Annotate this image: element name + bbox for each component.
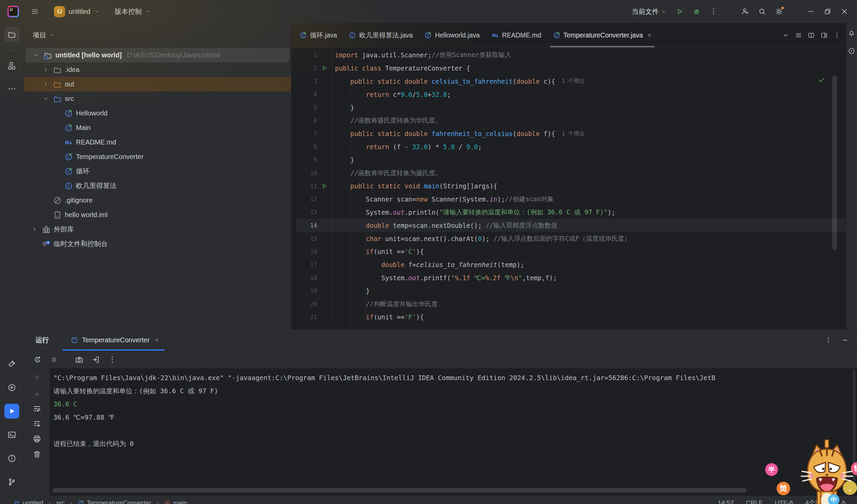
close-button[interactable]	[837, 4, 852, 19]
code-line[interactable]: 8 return (f - 32.0) * 5.0 / 9.0;	[296, 140, 846, 154]
chevron-down-icon[interactable]	[41, 96, 50, 102]
breadcrumb-item[interactable]: mmain	[164, 499, 187, 504]
code-line[interactable]: 19 }	[296, 284, 846, 298]
build-tool-button[interactable]	[4, 356, 19, 371]
split-editor-button[interactable]	[808, 32, 815, 39]
more-actions-button[interactable]	[706, 4, 721, 19]
tree-item[interactable]: CHelloworld	[24, 106, 291, 120]
stop-button[interactable]	[50, 355, 58, 364]
console-h-scrollbar[interactable]	[52, 488, 746, 492]
run-panel-more-button[interactable]	[825, 337, 832, 344]
editor-more-button[interactable]	[833, 32, 840, 39]
code-line[interactable]: 20 //判断温度并输出华氏度	[296, 298, 846, 310]
ime-language-badge[interactable]: 中	[828, 494, 839, 504]
tree-item[interactable]: hello world.iml	[24, 207, 291, 222]
code-with-me-button[interactable]	[738, 4, 752, 19]
tree-item[interactable]: C循环	[24, 164, 291, 179]
code-line[interactable]: 17 double f=celsius_to_fahrenheit(temp);	[296, 258, 846, 271]
code-line[interactable]: 4 return c*9.0/5.0+32.0;	[296, 88, 846, 101]
tree-item[interactable]: 临时文件和控制台	[24, 237, 291, 251]
breadcrumb-item[interactable]: CTemperatureConverter	[78, 499, 151, 504]
tree-item[interactable]: out	[24, 77, 291, 91]
prev-occurrence-button[interactable]	[33, 374, 41, 383]
code-line[interactable]: 1import java.util.Scanner;//使用Scanner类获取…	[296, 49, 846, 62]
run-line-icon[interactable]	[321, 65, 328, 71]
editor-tab[interactable]: MREADME.md	[486, 23, 547, 47]
tree-item[interactable]: .gitignore	[24, 193, 291, 207]
hidden-tabs-button[interactable]	[782, 32, 789, 39]
rerun-button[interactable]	[33, 355, 42, 364]
code-line[interactable]: 11 public static void main(String[]args)…	[296, 180, 846, 193]
chevron-right-icon[interactable]	[41, 67, 50, 73]
code-line[interactable]: 6 //函数将摄氏度转换为华氏度。	[296, 114, 846, 127]
code-line[interactable]: 7 public static double fahrenheit_to_cel…	[296, 127, 846, 140]
code-line[interactable]: 21 if(unit =='F'){	[296, 310, 846, 324]
main-menu-button[interactable]	[28, 4, 42, 19]
close-icon[interactable]	[647, 33, 652, 38]
breadcrumb-item[interactable]: src	[56, 499, 65, 504]
code-line[interactable]: 13 System.out.println("请输入要转换的温度和单位：(例如 …	[296, 206, 846, 219]
editor-tab[interactable]: CHelloworld.java	[418, 23, 485, 47]
vcs-widget[interactable]: 版本控制	[112, 4, 153, 19]
project-tool-button[interactable]	[4, 27, 19, 42]
editor-layout-button[interactable]	[821, 32, 828, 39]
restore-button[interactable]	[821, 4, 835, 19]
problems-tool-button[interactable]	[4, 451, 19, 466]
debug-button[interactable]	[690, 4, 704, 19]
editor-scrollbar[interactable]	[832, 75, 837, 250]
print-console-button[interactable]	[33, 435, 41, 443]
editor-tab[interactable]: CTemperatureConverter.java	[547, 23, 658, 47]
tree-item[interactable]: untitled [hello world]D:\ASUS\Desktop\Ja…	[26, 48, 289, 63]
code-line[interactable]: 3 public static double celsius_to_fahren…	[296, 75, 846, 88]
clear-console-button[interactable]	[33, 450, 41, 458]
settings-button[interactable]	[772, 4, 786, 19]
chevron-right-icon[interactable]	[41, 81, 50, 87]
run-button[interactable]	[673, 4, 687, 19]
code-line[interactable]: 2public class TemperatureConverter {	[296, 62, 846, 75]
hide-panel-button[interactable]	[841, 337, 849, 344]
code-line[interactable]: 18 System.out.printf("%.1f ℃=%.2f ℉\n",t…	[296, 271, 846, 285]
tree-item[interactable]: src	[24, 91, 291, 106]
tree-item[interactable]: .idea	[24, 63, 291, 77]
version-control-tool-button[interactable]	[4, 475, 19, 489]
close-icon[interactable]	[154, 338, 159, 343]
editor-tab[interactable]: C循环.java	[293, 23, 343, 47]
code-line[interactable]: 9 }	[296, 153, 846, 166]
status-widget[interactable]: 14:52	[718, 499, 734, 504]
code-line[interactable]: 15 char unit=scan.next().charAt(0); //输入…	[296, 232, 846, 245]
code-line[interactable]: 14 double temp=scan.nextDouble(); //输入双精…	[296, 219, 846, 232]
structure-tool-button[interactable]	[4, 58, 19, 73]
soft-wrap-button[interactable]	[33, 404, 41, 413]
tree-item[interactable]: CMain	[24, 120, 291, 135]
editor-tab[interactable]: C欧几里得算法.java	[343, 23, 418, 47]
secondary-tool-button[interactable]	[846, 46, 857, 56]
run-tool-button[interactable]	[4, 404, 19, 419]
next-occurrence-button[interactable]	[33, 389, 41, 398]
notifications-button[interactable]	[846, 28, 857, 38]
status-widget[interactable]: CRLF	[746, 499, 763, 504]
project-widget[interactable]: U untitled	[52, 4, 102, 19]
inspections-ok-widget[interactable]	[818, 76, 826, 84]
tree-item[interactable]: CTemperatureConverter	[24, 150, 291, 164]
run-tab[interactable]: TemperatureConverter	[67, 330, 163, 351]
code-editor[interactable]: 1import java.util.Scanner;//使用Scanner类获取…	[291, 48, 846, 329]
console[interactable]: "C:\Program Files\Java\jdk-22\bin\java.e…	[50, 369, 857, 495]
thread-dump-button[interactable]	[75, 355, 83, 364]
import-export-button[interactable]	[91, 355, 100, 364]
scroll-to-end-button[interactable]	[33, 420, 41, 428]
chevron-down-icon[interactable]	[32, 52, 40, 58]
tree-item[interactable]: 外部库	[24, 222, 291, 237]
code-line[interactable]: 16 if(unit =='C'){	[296, 245, 846, 258]
tree-item[interactable]: MREADME.md	[24, 135, 291, 150]
breadcrumb-item[interactable]: untitled	[14, 499, 43, 504]
run-line-icon[interactable]	[321, 183, 328, 189]
console-more-button[interactable]	[108, 355, 117, 364]
chevron-right-icon[interactable]	[30, 226, 39, 233]
code-line[interactable]: 5 }	[296, 101, 846, 114]
status-widget[interactable]: UTF-8	[775, 499, 793, 504]
tree-item[interactable]: C欧几里得算法	[24, 179, 291, 193]
code-line[interactable]: 10 //函数将华氏度转换为摄氏度。	[296, 166, 846, 180]
services-tool-button[interactable]	[4, 380, 19, 395]
chevron-down-icon[interactable]	[49, 32, 55, 38]
search-everywhere-button[interactable]	[755, 4, 769, 19]
